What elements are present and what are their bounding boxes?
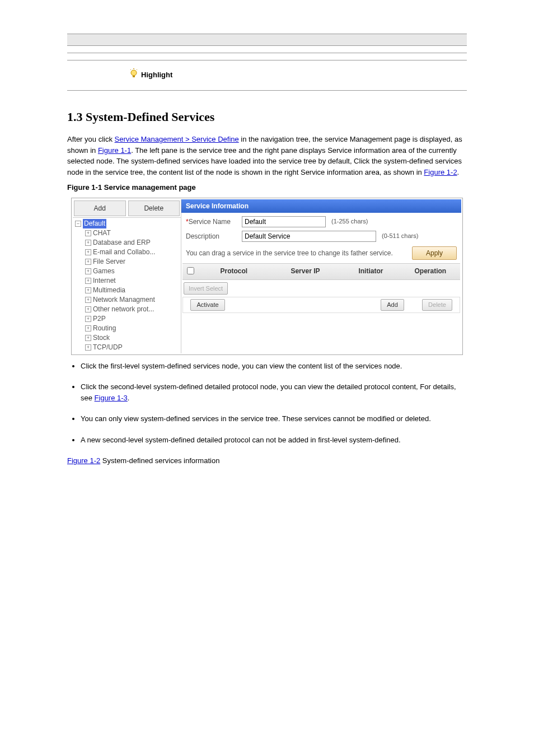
service-info-title: Service Information <box>181 199 461 213</box>
bullet-list: Click the first-level system-defined ser… <box>81 361 467 446</box>
service-tree-panel: Add Delete −Default +CHAT +Database and … <box>73 199 181 353</box>
tree-collapse-icon[interactable]: − <box>75 221 81 227</box>
tree-item[interactable]: E-mail and Collabo... <box>93 248 155 256</box>
description-input[interactable] <box>242 231 376 242</box>
tree-expand-icon[interactable]: + <box>85 287 91 293</box>
tree-expand-icon[interactable]: + <box>85 230 91 236</box>
figure-1-1: Add Delete −Default +CHAT +Database and … <box>71 198 463 355</box>
select-all-checkbox[interactable] <box>187 267 194 274</box>
tree-expand-icon[interactable]: + <box>85 268 91 274</box>
section-heading: 1.3 System-Defined Services <box>67 108 467 126</box>
activate-button[interactable]: Activate <box>190 299 224 311</box>
bullet-item: You can only view system-defined service… <box>81 413 467 424</box>
tree-delete-button[interactable]: Delete <box>128 200 180 216</box>
tree-item[interactable]: File Server <box>93 258 125 265</box>
col-server-ip: Server IP <box>270 264 341 279</box>
tree-item[interactable]: Games <box>93 267 115 275</box>
tree-root-selected[interactable]: Default <box>83 219 106 228</box>
bullet-item: A new second-level system-defined detail… <box>81 435 467 446</box>
service-info-panel: Service Information *Service Name (1-255… <box>181 199 461 353</box>
service-name-input[interactable] <box>242 216 326 227</box>
bullet-item: Click the second-level system-defined de… <box>81 381 467 403</box>
tree-expand-icon[interactable]: + <box>85 259 91 265</box>
invert-select-button[interactable]: Invert Select <box>184 282 228 295</box>
drag-hint: You can drag a service in the service tr… <box>186 248 412 258</box>
tree-item[interactable]: Network Managment <box>93 296 155 304</box>
figure-caption-text: Figure 1-1 Service management page <box>67 183 196 192</box>
tree-expand-icon[interactable]: + <box>85 297 91 303</box>
intro-paragraph: After you click Service Management > Ser… <box>67 134 467 178</box>
bullet-text: . <box>128 394 130 402</box>
tree-expand-icon[interactable]: + <box>85 249 91 255</box>
description-label: Description <box>186 231 242 241</box>
grid-delete-button[interactable]: Delete <box>422 299 452 311</box>
col-operation: Operation <box>401 264 460 279</box>
figure-1-2-caption-link[interactable]: Figure 1-2 <box>67 456 100 465</box>
tree-expand-icon[interactable]: + <box>85 278 91 284</box>
figure-1-2-caption: Figure 1-2 System-defined services infor… <box>67 455 467 466</box>
figure-caption-text: System-defined services information <box>100 456 219 465</box>
figure-1-2-link[interactable]: Figure 1-2 <box>424 168 457 176</box>
tree-item[interactable]: Multimedia <box>93 286 125 294</box>
col-protocol: Protocol <box>198 264 270 279</box>
tree-item[interactable]: Routing <box>93 324 116 332</box>
tree-item[interactable]: Other network prot... <box>93 305 154 313</box>
service-name-label: *Service Name <box>186 217 242 227</box>
description-table: Highlight <box>67 34 467 91</box>
tree-item[interactable]: P2P <box>93 315 106 323</box>
tree-item[interactable]: CHAT <box>93 229 111 237</box>
tree-item[interactable]: TCP/UDP <box>93 343 123 351</box>
col-initiator: Initiator <box>341 264 400 279</box>
figure-1-1-link[interactable]: Figure 1-1 <box>98 146 131 155</box>
grid-add-button[interactable]: Add <box>381 299 404 311</box>
tree-expand-icon[interactable]: + <box>85 306 91 312</box>
highlight-label: Highlight <box>141 71 172 79</box>
apply-button[interactable]: Apply <box>412 246 457 260</box>
service-define-link[interactable]: Service Management > Service Define <box>115 135 239 143</box>
tree-expand-icon[interactable]: + <box>85 240 91 246</box>
tree-expand-icon[interactable]: + <box>85 335 91 341</box>
grid-ops-row: Activate Add Delete <box>182 297 460 313</box>
lightbulb-icon <box>129 68 139 82</box>
tree-item[interactable]: Internet <box>93 277 116 284</box>
description-chars: (0-511 chars) <box>382 231 418 241</box>
bullet-text: Click the second-level system-defined de… <box>81 382 456 402</box>
tree-expand-icon[interactable]: + <box>85 316 91 322</box>
para-text: After you click <box>67 135 115 143</box>
service-tree[interactable]: −Default +CHAT +Database and ERP +E-mail… <box>73 218 181 353</box>
service-name-chars: (1-255 chars) <box>331 217 368 226</box>
figure-1-3-link[interactable]: Figure 1-3 <box>95 394 128 402</box>
tree-expand-icon[interactable]: + <box>85 325 91 332</box>
para-text: . <box>457 168 460 176</box>
svg-rect-0 <box>133 76 135 77</box>
bullet-item: Click the first-level system-defined ser… <box>81 361 467 372</box>
tree-item[interactable]: Database and ERP <box>93 239 151 246</box>
content-grid-header: Protocol Server IP Initiator Operation <box>182 263 460 280</box>
figure-1-1-caption: Figure 1-1 Service management page <box>67 182 467 193</box>
tree-expand-icon[interactable]: + <box>85 344 91 351</box>
tree-add-button[interactable]: Add <box>74 200 126 216</box>
tree-item[interactable]: Stock <box>93 334 110 342</box>
